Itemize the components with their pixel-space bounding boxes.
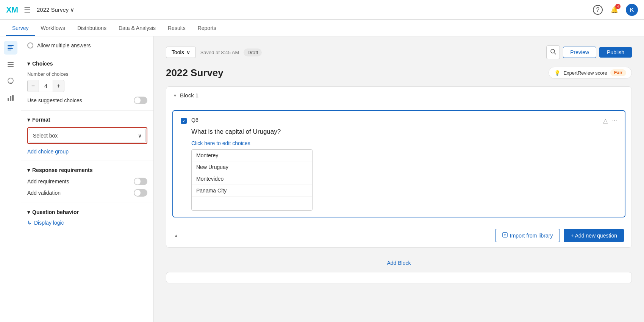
sidebar-icons [0,36,21,322]
saved-text: Saved at 8:45 AM [200,50,239,55]
svg-rect-9 [10,96,11,101]
xm-logo: XM [6,5,18,15]
svg-rect-7 [9,83,12,84]
tools-button[interactable]: Tools ∨ [166,47,196,58]
stepper-plus-btn[interactable]: + [53,80,64,92]
response-req-chevron-icon: ▾ [27,167,30,173]
block1-actions: Import from library + Add new question [495,229,624,242]
response-requirements-header[interactable]: ▾ Response requirements [27,167,147,173]
add-choice-group-link[interactable]: Add choice group [27,148,147,155]
preview-button[interactable]: Preview [563,47,596,58]
stepper-value: 4 [39,80,53,92]
format-dropdown[interactable]: Select box ∨ [29,129,146,142]
question-text: What is the capital of Uruguay? [191,128,617,136]
sidebar-icon-list[interactable] [4,58,17,71]
block1-container: ▾ Block 1 ✓ Q6 △ ··· What is the capital… [166,86,632,248]
tools-arrow-icon: ∨ [186,49,190,55]
main-layout: Allow multiple answers ▾ Choices Number … [0,36,644,322]
sidebar-icon-paint[interactable] [4,74,17,88]
format-dropdown-wrapper: Select box ∨ [27,127,147,144]
warning-icon: △ [603,117,608,124]
tab-distributions[interactable]: Distributions [71,21,113,36]
add-validation-knob [134,190,141,196]
avatar[interactable]: K [626,4,638,16]
display-logic-link[interactable]: ↳ Display logic [27,220,147,226]
format-header[interactable]: ▾ Format [27,117,147,123]
add-validation-row: Add validation [27,189,147,197]
bulb-icon: 💡 [554,70,560,76]
response-requirements-label: Response requirements [32,167,93,173]
tab-nav: Survey Workflows Distributions Data & An… [0,20,644,36]
tab-results[interactable]: Results [162,21,192,36]
choice-item-empty [192,197,312,210]
allow-multiple-label: Allow multiple answers [37,42,91,48]
search-button[interactable] [546,45,560,59]
svg-rect-4 [8,62,14,63]
search-icon [550,48,556,56]
choices-section: ▾ Choices Number of choices − 4 + Use su… [21,55,153,111]
block1-collapse-icon[interactable]: ▲ [174,233,178,238]
add-new-question-button[interactable]: + Add new question [564,229,624,242]
edit-choices-link[interactable]: Click here to edit choices [191,140,617,146]
block1-header: ▾ Block 1 [166,87,631,104]
content-toolbar: Tools ∨ Saved at 8:45 AM Draft Preview P… [166,45,632,59]
question-behavior-chevron-icon: ▾ [27,209,30,215]
add-requirements-toggle[interactable] [134,178,147,185]
choice-item-1: Monterey [192,150,312,161]
use-suggested-choices-label: Use suggested choices [27,97,82,103]
sidebar-icon-survey-structure[interactable] [4,41,17,55]
add-requirements-row: Add requirements [27,178,147,185]
svg-rect-10 [12,95,14,101]
num-stepper: − 4 + [27,80,64,92]
menu-icon[interactable]: ☰ [24,5,31,14]
question-behavior-header[interactable]: ▾ Question behavior [27,209,147,215]
survey-title-text: 2022 Survey [37,6,69,13]
top-bar-right: ? 🔔 4 K [592,4,638,16]
question-checkbox[interactable]: ✓ [181,118,187,124]
import-from-library-button[interactable]: Import from library [495,229,560,242]
tab-data-analysis[interactable]: Data & Analysis [113,21,162,36]
fair-badge: Fair [610,69,626,76]
publish-button[interactable]: Publish [599,47,632,58]
help-icon-btn[interactable]: ? [592,5,603,15]
format-label: Format [32,117,50,123]
choices-header[interactable]: ▾ Choices [27,61,147,67]
survey-title-top[interactable]: 2022 Survey ∨ [37,6,74,13]
tab-workflows[interactable]: Workflows [35,21,71,36]
format-dropdown-arrow-icon: ∨ [138,133,142,139]
radio-circle [27,42,33,48]
stepper-minus-btn[interactable]: − [28,80,39,92]
question-behavior-label: Question behavior [32,209,79,215]
left-panel: Allow multiple answers ▾ Choices Number … [21,36,154,322]
toolbar-right: Preview Publish [546,45,632,59]
top-bar: XM ☰ 2022 Survey ∨ ? 🔔 4 K [0,0,644,20]
add-validation-toggle[interactable] [134,189,147,197]
survey-title-area: 2022 Survey 💡 ExpertReview score Fair [166,67,632,79]
svg-rect-8 [8,98,9,101]
add-block-area[interactable]: Add Block [166,254,632,272]
svg-rect-6 [8,66,14,67]
expert-review-btn[interactable]: 💡 ExpertReview score Fair [549,67,632,79]
add-block-label: Add Block [387,260,411,266]
svg-rect-1 [8,47,12,47]
svg-rect-0 [8,45,14,46]
choice-item-4: Panama City [192,185,312,197]
tools-label: Tools [172,49,184,55]
tab-survey[interactable]: Survey [6,21,35,36]
choices-listbox: Monterey New Uruguay Montevideo Panama C… [191,149,313,211]
block2-container [166,272,632,283]
notification-icon-btn[interactable]: 🔔 4 [609,5,620,15]
format-section: ▾ Format Select box ∨ Add choice group [21,111,153,161]
more-options-icon[interactable]: ··· [612,117,617,124]
sidebar-icon-chart[interactable] [4,91,17,105]
svg-rect-2 [8,48,13,49]
use-suggested-toggle[interactable] [134,97,147,104]
svg-rect-5 [8,64,14,65]
question-actions: △ ··· [603,117,617,124]
tab-reports[interactable]: Reports [192,21,222,36]
block1-chevron-icon[interactable]: ▾ [174,93,176,98]
expert-review-label: ExpertReview score [563,70,607,76]
use-suggested-choices-row: Use suggested choices [27,97,147,104]
question-id: Q6 [191,117,199,123]
format-chevron-icon: ▾ [27,117,30,123]
